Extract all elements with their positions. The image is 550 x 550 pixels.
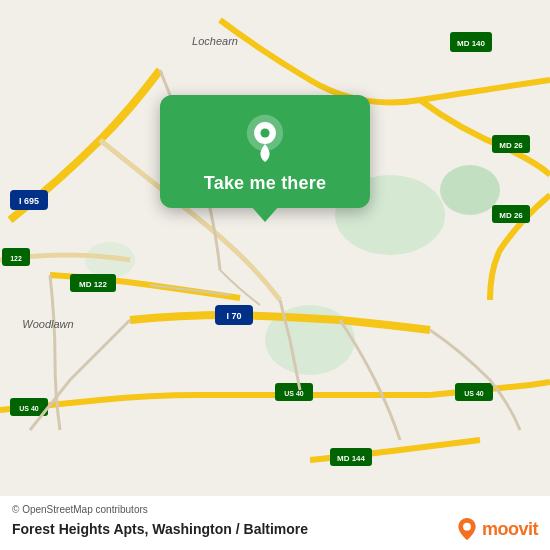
svg-text:122: 122 xyxy=(10,255,22,262)
map-container: I 695 MD 140 MD 26 MD 26 122 MD 122 I 70 xyxy=(0,0,550,550)
moovit-logo: moovit xyxy=(456,518,538,540)
map-roads-svg: I 695 MD 140 MD 26 MD 26 122 MD 122 I 70 xyxy=(0,0,550,550)
moovit-text: moovit xyxy=(482,519,538,540)
bottom-bar: © OpenStreetMap contributors Forest Heig… xyxy=(0,496,550,550)
svg-text:US 40: US 40 xyxy=(284,390,304,397)
location-name: Forest Heights Apts, Washington / Baltim… xyxy=(12,521,308,537)
svg-point-32 xyxy=(463,523,471,531)
svg-text:Lochearn: Lochearn xyxy=(192,35,238,47)
svg-text:MD 122: MD 122 xyxy=(79,280,108,289)
svg-point-31 xyxy=(260,128,269,137)
svg-text:MD 140: MD 140 xyxy=(457,39,486,48)
svg-text:I 695: I 695 xyxy=(19,196,39,206)
svg-text:Woodlawn: Woodlawn xyxy=(22,318,73,330)
location-row: Forest Heights Apts, Washington / Baltim… xyxy=(12,518,538,540)
moovit-pin-icon xyxy=(456,518,478,540)
svg-text:MD 26: MD 26 xyxy=(499,141,523,150)
location-pin-icon xyxy=(240,113,290,163)
osm-attribution: © OpenStreetMap contributors xyxy=(12,504,538,515)
svg-text:MD 26: MD 26 xyxy=(499,211,523,220)
svg-text:MD 144: MD 144 xyxy=(337,454,366,463)
svg-point-3 xyxy=(440,165,500,215)
svg-text:I 70: I 70 xyxy=(226,311,241,321)
take-me-there-popup[interactable]: Take me there xyxy=(160,95,370,208)
take-me-there-label: Take me there xyxy=(204,173,326,194)
svg-text:US 40: US 40 xyxy=(464,390,484,397)
svg-text:US 40: US 40 xyxy=(19,405,39,412)
